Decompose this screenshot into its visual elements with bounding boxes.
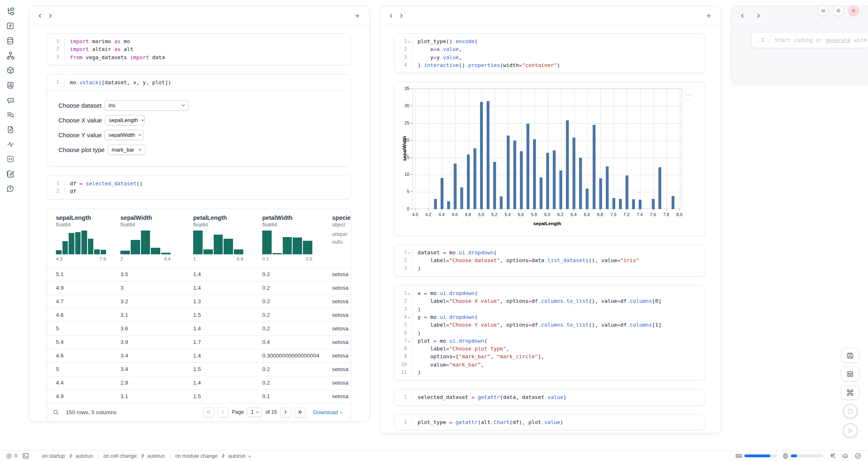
gridline-horizontal (413, 141, 682, 141)
code-snippet-icon[interactable] (5, 154, 15, 164)
histogram-bar (214, 235, 223, 254)
dataset-select[interactable]: iris (104, 100, 189, 111)
code-cell-xy-plot-dropdowns[interactable]: 1x = mo.ui.dropdown(2 label="Choose X va… (394, 285, 705, 380)
add-cell-icon[interactable] (703, 11, 714, 21)
prev-page-button[interactable] (217, 407, 229, 417)
chart-bar (447, 201, 450, 209)
next-page-button[interactable] (280, 407, 291, 417)
x-tick-label: 4.8 (462, 212, 474, 217)
on-module-change-mode[interactable]: on module change: autorun (175, 453, 251, 459)
column-next-icon[interactable] (753, 12, 764, 20)
fold-gutter (59, 45, 64, 53)
ram-usage (735, 452, 777, 459)
line-number: 3 (397, 265, 407, 272)
package-icon[interactable] (5, 66, 15, 75)
plot-type-select[interactable]: mark_bar (108, 145, 145, 155)
code-cell-plot-type[interactable]: 1plot_type = getattr(alt.Chart(df), plot… (394, 414, 705, 430)
database-icon[interactable] (5, 36, 15, 45)
x-tick-label: 4.6 (448, 212, 461, 217)
column-next-icon[interactable] (45, 12, 55, 20)
y-value-select[interactable]: sepalWidth (104, 130, 144, 140)
fold-chevron-icon[interactable] (407, 337, 411, 345)
x-tick-label: 5.4 (501, 212, 514, 217)
search-icon[interactable] (53, 409, 59, 415)
command-palette-button[interactable] (841, 385, 859, 400)
search-list-icon[interactable] (5, 110, 15, 119)
cpu-usage (782, 453, 823, 459)
chat-bot-icon[interactable] (5, 95, 15, 104)
layout-toggle-button[interactable] (841, 366, 859, 381)
settings-gear-button[interactable] (833, 5, 844, 16)
stop-button[interactable] (843, 403, 858, 419)
code-cell-plot[interactable]: 1plot_type().encode(2 x=x.value,3 y=y.va… (394, 33, 705, 73)
fold-chevron-icon[interactable] (407, 313, 411, 321)
column-prev-icon[interactable] (386, 12, 396, 20)
table-cell: 0.4 (253, 339, 323, 345)
x-value-select[interactable]: sepalLength (105, 115, 145, 125)
table-cell: setosa (323, 325, 351, 332)
activity-icon[interactable] (5, 140, 15, 149)
terminal-icon[interactable] (22, 452, 30, 461)
page-value: 1 (251, 409, 254, 415)
mode-value: autorun (76, 453, 93, 459)
page-select[interactable]: 1 (247, 408, 262, 417)
code-cell-df[interactable]: 1df = selected_dataset()2df (46, 175, 351, 200)
chart-bar (606, 166, 609, 210)
fold-chevron-icon[interactable] (407, 249, 411, 256)
column-prev-icon[interactable] (35, 12, 45, 20)
file-tree-icon[interactable] (5, 7, 15, 16)
on-startup-mode[interactable]: on startup: autorun (42, 453, 93, 459)
column-next-icon[interactable] (396, 12, 406, 20)
scratchpad-icon[interactable] (5, 169, 15, 178)
table-cell: 0.2 (253, 312, 323, 318)
table-cell: 1.5 (184, 366, 253, 372)
code-cell-imports[interactable]: 1import marimo as mo2import altair as al… (46, 33, 351, 65)
help-icon[interactable] (5, 184, 15, 193)
dropdown-row-y: Choose Y value sepalWidth (58, 127, 351, 142)
on-cell-change-mode[interactable]: on cell change: autorun (103, 453, 165, 459)
table-cell: 0.2 (253, 271, 323, 277)
run-button[interactable] (843, 423, 858, 438)
new-cell-editor[interactable]: 1Start coding or generate with (751, 32, 868, 48)
copilot-icon[interactable] (841, 452, 849, 461)
fold-gutter (407, 353, 411, 360)
chart-bar (626, 175, 628, 209)
column-prev-icon[interactable] (737, 12, 748, 20)
altair-chart-output: sepalLength sepalWidth 4.04.24.44.64.85.… (394, 82, 705, 236)
table-cell: 5.4 (47, 339, 111, 345)
fold-chevron-icon[interactable] (407, 37, 411, 45)
hierarchy-icon[interactable] (5, 51, 15, 60)
y-tick-label: 15 (400, 155, 409, 160)
code-line: 1x = mo.ui.dropdown( (397, 289, 701, 297)
table-cell: 3.4 (111, 353, 184, 359)
script-icon[interactable] (5, 81, 15, 90)
last-page-button[interactable] (295, 407, 306, 417)
first-page-button[interactable] (203, 407, 214, 417)
add-cell-icon[interactable] (352, 11, 363, 21)
chart-menu-button[interactable] (682, 89, 694, 101)
chart-plot-area[interactable] (413, 88, 682, 209)
code-line: 2 label="Choose dataset", options=data.l… (397, 256, 701, 264)
chart-bar (619, 199, 622, 209)
connection-status-icon[interactable] (854, 452, 861, 461)
code-line: 2df (49, 187, 346, 195)
table-cell: 3.1 (111, 393, 184, 399)
menu-button[interactable] (818, 5, 829, 16)
code-cell-dataset-dropdown[interactable]: 1dataset = mo.ui.dropdown(2 label="Choos… (394, 244, 705, 277)
code-editor-vstack[interactable]: 1mo.vstack([dataset, x, y, plot]) (47, 75, 351, 90)
close-button[interactable] (848, 5, 859, 16)
download-button[interactable]: Download (313, 409, 342, 415)
fold-gutter (59, 53, 64, 61)
ai-sparkles-icon[interactable] (829, 452, 836, 461)
fold-chevron-icon[interactable] (407, 289, 411, 297)
document-icon[interactable] (5, 125, 15, 134)
error-indicator[interactable]: 0 (6, 453, 17, 459)
fold-gutter (407, 369, 411, 376)
ram-meter (744, 454, 777, 457)
x-tick-label: 7.8 (660, 212, 672, 217)
histogram-bar (293, 237, 302, 254)
save-button[interactable] (841, 348, 859, 363)
function-square-icon[interactable] (5, 21, 15, 30)
code-line: 5 label="Choose Y value", options=df.col… (397, 321, 701, 329)
code-cell-selected-dataset[interactable]: 1selected_dataset = getattr(data, datase… (394, 389, 705, 405)
